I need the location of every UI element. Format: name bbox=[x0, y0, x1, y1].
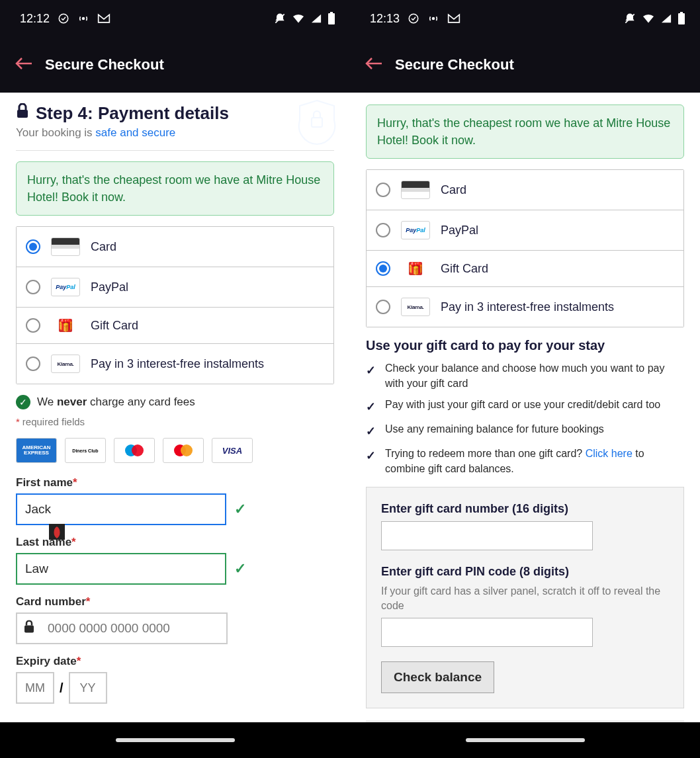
status-bar: 12:13 bbox=[350, 0, 700, 37]
card-number-field: Card number* bbox=[16, 595, 334, 644]
method-paypal[interactable]: PayPal PayPal bbox=[17, 267, 333, 308]
lock-icon bbox=[24, 620, 34, 637]
method-klarna[interactable]: Klarna. Pay in 3 interest-free instalmen… bbox=[367, 287, 683, 327]
dnd-icon bbox=[623, 12, 636, 25]
radio-card[interactable] bbox=[26, 239, 40, 254]
method-label: Gift Card bbox=[441, 262, 488, 276]
radio-card[interactable] bbox=[376, 183, 390, 197]
expiry-mm-input[interactable] bbox=[16, 672, 54, 704]
first-name-input[interactable] bbox=[16, 493, 226, 525]
expiry-yy-input[interactable] bbox=[69, 672, 107, 704]
nav-pill[interactable] bbox=[116, 738, 235, 742]
gmail-icon bbox=[97, 13, 110, 24]
phone-left: 12:12 Secure Checkout Step 4: Payment de… bbox=[0, 0, 350, 758]
radio-giftcard[interactable] bbox=[26, 318, 40, 333]
gift-pin-input[interactable] bbox=[381, 618, 593, 647]
mastercard-logo bbox=[163, 438, 204, 463]
bullet: ✓Pay with just your gift card or use you… bbox=[366, 398, 684, 415]
svg-rect-17 bbox=[680, 12, 683, 13]
last-name-input[interactable] bbox=[16, 553, 226, 585]
expiry-field: Expiry date* / bbox=[16, 655, 334, 704]
method-card[interactable]: Card bbox=[17, 227, 333, 267]
back-arrow-icon[interactable] bbox=[365, 56, 383, 74]
battery-icon bbox=[678, 12, 685, 25]
check-icon: ✓ bbox=[366, 399, 376, 415]
svg-rect-3 bbox=[328, 13, 335, 24]
shield-icon bbox=[296, 98, 338, 149]
svg-point-13 bbox=[409, 14, 418, 23]
nav-pill[interactable] bbox=[466, 738, 585, 742]
check-circle-icon: ✓ bbox=[16, 395, 30, 409]
gift-pin-hint: If your gift card has a silver panel, sc… bbox=[381, 584, 669, 612]
svg-point-0 bbox=[59, 14, 68, 23]
method-giftcard[interactable]: 🎁 Gift Card bbox=[367, 251, 683, 287]
signal-icon bbox=[660, 13, 672, 24]
method-card[interactable]: Card bbox=[367, 170, 683, 210]
radio-giftcard[interactable] bbox=[376, 261, 390, 276]
svg-rect-12 bbox=[24, 626, 34, 633]
card-number-input[interactable] bbox=[16, 612, 228, 644]
maestro-logo bbox=[114, 438, 155, 463]
radio-paypal[interactable] bbox=[26, 280, 40, 294]
step-title: Step 4: Payment details bbox=[16, 103, 229, 124]
required-note: *required fields bbox=[16, 416, 334, 427]
paypal-icon: PayPal bbox=[51, 278, 80, 296]
check-icon: ✓ bbox=[234, 501, 246, 518]
method-klarna[interactable]: Klarna. Pay in 3 interest-free instalmen… bbox=[17, 344, 333, 384]
back-arrow-icon[interactable] bbox=[15, 56, 33, 74]
diners-logo: Diners Club bbox=[65, 438, 106, 463]
check-icon: ✓ bbox=[366, 448, 376, 476]
card-icon bbox=[51, 237, 80, 256]
gift-pin-label: Enter gift card PIN code (8 digits) bbox=[381, 565, 669, 579]
giftcard-icon: 🎁 bbox=[409, 262, 422, 275]
svg-point-10 bbox=[181, 444, 193, 456]
method-label: Pay in 3 interest-free instalments bbox=[91, 357, 264, 371]
divider bbox=[16, 150, 334, 151]
lock-icon bbox=[16, 103, 29, 124]
status-time: 12:13 bbox=[370, 12, 400, 26]
gift-number-input[interactable] bbox=[381, 521, 593, 550]
app-header: Secure Checkout bbox=[0, 37, 350, 93]
visa-logo: VISA bbox=[212, 438, 253, 463]
radio-klarna[interactable] bbox=[26, 357, 40, 371]
klarna-icon: Klarna. bbox=[401, 298, 430, 316]
svg-rect-5 bbox=[17, 110, 28, 118]
svg-rect-16 bbox=[678, 13, 685, 24]
safe-secure-link[interactable]: safe and secure bbox=[95, 126, 175, 139]
check-icon: ✓ bbox=[366, 423, 376, 440]
expiry-label: Expiry date* bbox=[16, 655, 334, 668]
click-here-link[interactable]: Click here bbox=[586, 448, 633, 459]
status-time: 12:12 bbox=[20, 12, 50, 26]
check-balance-button[interactable]: Check balance bbox=[381, 661, 494, 693]
bullet: ✓Check your balance and choose how much … bbox=[366, 361, 684, 391]
check-icon: ✓ bbox=[366, 362, 376, 391]
payment-methods: Card PayPal PayPal 🎁 Gift Card Klarna. P… bbox=[366, 169, 684, 327]
phone-right: 12:13 Secure Checkout Hurry, that's the … bbox=[350, 0, 700, 758]
signal-icon bbox=[310, 13, 322, 24]
svg-point-14 bbox=[433, 18, 435, 20]
card-logos-row: AMERICANEXPRESS Diners Club VISA bbox=[16, 438, 334, 463]
card-number-label: Card number* bbox=[16, 595, 334, 609]
hotspot-icon bbox=[427, 13, 439, 24]
hurry-banner: Hurry, that's the cheapest room we have … bbox=[366, 105, 684, 159]
gift-title: Use your gift card to pay for your stay bbox=[366, 338, 684, 353]
cursor-handle-icon[interactable] bbox=[48, 523, 66, 541]
no-fees-row: ✓ We never charge any card fees bbox=[16, 395, 334, 409]
step-header: Step 4: Payment details Your booking is … bbox=[16, 103, 334, 140]
gift-panel: Enter gift card number (16 digits) Enter… bbox=[366, 487, 684, 708]
bullet: ✓Trying to redeem more than one gift car… bbox=[366, 446, 684, 476]
method-label: Card bbox=[441, 183, 466, 197]
app-title: Secure Checkout bbox=[45, 56, 164, 73]
gift-bullets: ✓Check your balance and choose how much … bbox=[366, 361, 684, 476]
method-paypal[interactable]: PayPal PayPal bbox=[367, 210, 683, 251]
bullet: ✓Use any remaining balance for future bo… bbox=[366, 422, 684, 440]
radio-klarna[interactable] bbox=[376, 300, 390, 314]
method-label: PayPal bbox=[91, 280, 128, 294]
nav-bar bbox=[0, 722, 350, 758]
paypal-icon: PayPal bbox=[401, 221, 430, 239]
hotspot-icon bbox=[77, 13, 89, 24]
check-icon: ✓ bbox=[234, 560, 246, 577]
radio-paypal[interactable] bbox=[376, 223, 390, 237]
method-giftcard[interactable]: 🎁 Gift Card bbox=[17, 308, 333, 344]
klarna-icon: Klarna. bbox=[51, 355, 80, 373]
